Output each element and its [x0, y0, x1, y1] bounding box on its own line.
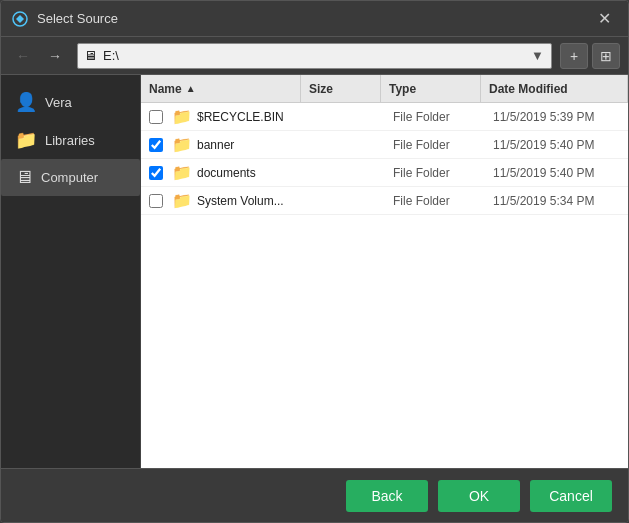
- address-text: E:\: [103, 48, 525, 63]
- table-row[interactable]: 📁System Volum...File Folder11/5/2019 5:3…: [141, 187, 628, 215]
- file-name-recycle: $RECYCLE.BIN: [193, 110, 313, 124]
- title-bar: Select Source ✕: [1, 1, 628, 37]
- table-row[interactable]: 📁$RECYCLE.BINFile Folder11/5/2019 5:39 P…: [141, 103, 628, 131]
- address-dropdown-icon[interactable]: ▼: [531, 48, 545, 63]
- col-header-size[interactable]: Size: [301, 75, 381, 102]
- file-date-documents: 11/5/2019 5:40 PM: [493, 166, 628, 180]
- col-header-type[interactable]: Type: [381, 75, 481, 102]
- col-header-name[interactable]: Name ▲: [141, 75, 301, 102]
- file-date-banner: 11/5/2019 5:40 PM: [493, 138, 628, 152]
- folder-icon-recycle: 📁: [171, 107, 193, 126]
- file-name-documents: documents: [193, 166, 313, 180]
- file-type-documents: File Folder: [393, 166, 493, 180]
- file-list-container: Name ▲ Size Type Date Modified 📁$RECYCLE…: [141, 75, 628, 468]
- table-row[interactable]: 📁bannerFile Folder11/5/2019 5:40 PM: [141, 131, 628, 159]
- new-folder-button[interactable]: +: [560, 43, 588, 69]
- ok-button[interactable]: OK: [438, 480, 520, 512]
- file-name-system: System Volum...: [193, 194, 313, 208]
- file-date-system: 11/5/2019 5:34 PM: [493, 194, 628, 208]
- select-source-dialog: Select Source ✕ ← → 🖥 E:\ ▼ + ⊞ 👤Vera📁Li…: [0, 0, 629, 523]
- row-checkbox-documents[interactable]: [141, 166, 171, 180]
- forward-nav-button[interactable]: →: [41, 43, 69, 69]
- sidebar-item-computer[interactable]: 🖥Computer: [1, 159, 140, 196]
- file-type-banner: File Folder: [393, 138, 493, 152]
- footer: Back OK Cancel: [1, 468, 628, 522]
- sidebar-item-vera[interactable]: 👤Vera: [1, 83, 140, 121]
- col-header-date[interactable]: Date Modified: [481, 75, 628, 102]
- computer-icon: 🖥: [84, 48, 97, 63]
- file-type-recycle: File Folder: [393, 110, 493, 124]
- sidebar-item-label-libraries: Libraries: [45, 133, 95, 148]
- folder-icon-documents: 📁: [171, 163, 193, 182]
- view-button[interactable]: ⊞: [592, 43, 620, 69]
- table-row[interactable]: 📁documentsFile Folder11/5/2019 5:40 PM: [141, 159, 628, 187]
- dialog-title: Select Source: [37, 11, 590, 26]
- sidebar: 👤Vera📁Libraries🖥Computer: [1, 75, 141, 468]
- file-date-recycle: 11/5/2019 5:39 PM: [493, 110, 628, 124]
- libraries-icon: 📁: [15, 129, 37, 151]
- checkbox-input-documents[interactable]: [149, 166, 163, 180]
- address-bar[interactable]: 🖥 E:\ ▼: [77, 43, 552, 69]
- file-type-system: File Folder: [393, 194, 493, 208]
- back-button[interactable]: Back: [346, 480, 428, 512]
- cancel-button[interactable]: Cancel: [530, 480, 612, 512]
- sidebar-item-label-computer: Computer: [41, 170, 98, 185]
- checkbox-input-banner[interactable]: [149, 138, 163, 152]
- back-nav-button[interactable]: ←: [9, 43, 37, 69]
- file-name-banner: banner: [193, 138, 313, 152]
- row-checkbox-recycle[interactable]: [141, 110, 171, 124]
- main-content: 👤Vera📁Libraries🖥Computer Name ▲ Size Typ…: [1, 75, 628, 468]
- row-checkbox-banner[interactable]: [141, 138, 171, 152]
- file-list-body: 📁$RECYCLE.BINFile Folder11/5/2019 5:39 P…: [141, 103, 628, 468]
- sidebar-item-label-vera: Vera: [45, 95, 72, 110]
- folder-icon-system: 📁: [171, 191, 193, 210]
- row-checkbox-system[interactable]: [141, 194, 171, 208]
- checkbox-input-system[interactable]: [149, 194, 163, 208]
- toolbar: ← → 🖥 E:\ ▼ + ⊞: [1, 37, 628, 75]
- vera-icon: 👤: [15, 91, 37, 113]
- sidebar-item-libraries[interactable]: 📁Libraries: [1, 121, 140, 159]
- close-button[interactable]: ✕: [590, 5, 618, 33]
- computer-icon: 🖥: [15, 167, 33, 188]
- folder-icon-banner: 📁: [171, 135, 193, 154]
- file-list-header: Name ▲ Size Type Date Modified: [141, 75, 628, 103]
- checkbox-input-recycle[interactable]: [149, 110, 163, 124]
- dialog-icon: [11, 10, 29, 28]
